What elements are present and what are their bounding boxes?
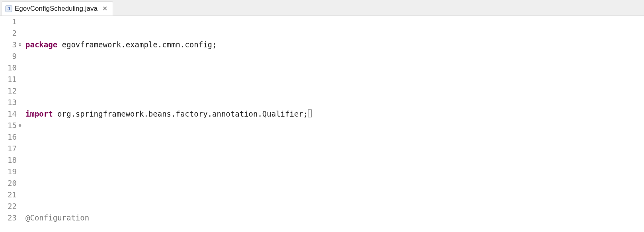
code-line[interactable] (25, 143, 644, 154)
line-number: 23 (0, 212, 17, 224)
line-number: 19 (0, 166, 17, 177)
editor-body: 1 2 3 ⊕ 9 10 11 12 13 14 15 ⊖ 16 17 18 1… (0, 16, 644, 232)
code-line[interactable]: package egovframework.example.cmmn.confi… (25, 39, 644, 51)
tab-bar: J EgovConfigScheduling.java ✕ (0, 0, 644, 16)
line-number: 14 (0, 108, 17, 120)
line-number: 12 (0, 85, 17, 97)
line-number: 22 (0, 201, 17, 212)
editor-tab[interactable]: J EgovConfigScheduling.java ✕ (2, 1, 113, 16)
tab-close-button[interactable]: ✕ (101, 5, 109, 12)
code-line[interactable] (25, 177, 644, 189)
line-number: 21 (0, 189, 17, 201)
code-line[interactable] (25, 74, 644, 85)
line-number: 15 ⊖ (0, 120, 17, 131)
svg-text:J: J (8, 6, 10, 11)
line-number: 2 (0, 27, 17, 39)
code-line[interactable]: @Configuration (25, 212, 644, 224)
line-number: 3 ⊕ (0, 39, 17, 51)
tab-filename: EgovConfigScheduling.java (15, 5, 98, 13)
line-number-gutter: 1 2 3 ⊕ 9 10 11 12 13 14 15 ⊖ 16 17 18 1… (0, 16, 19, 232)
line-number: 18 (0, 154, 17, 166)
line-number: 20 (0, 177, 17, 189)
line-number: 1 (0, 16, 17, 27)
line-number: 10 (0, 62, 17, 74)
code-line[interactable]: import org.springframework.beans.factory… (25, 108, 644, 120)
line-number: 11 (0, 74, 17, 85)
code-area[interactable]: package egovframework.example.cmmn.confi… (19, 16, 644, 232)
line-number: 17 (0, 143, 17, 154)
line-number: 9 (0, 51, 17, 62)
java-file-icon: J (5, 5, 12, 12)
line-number: 16 (0, 131, 17, 143)
line-number: 13 (0, 97, 17, 108)
editor-frame: J EgovConfigScheduling.java ✕ 1 2 3 ⊕ 9 … (0, 0, 644, 232)
folded-marker-icon (308, 109, 312, 117)
